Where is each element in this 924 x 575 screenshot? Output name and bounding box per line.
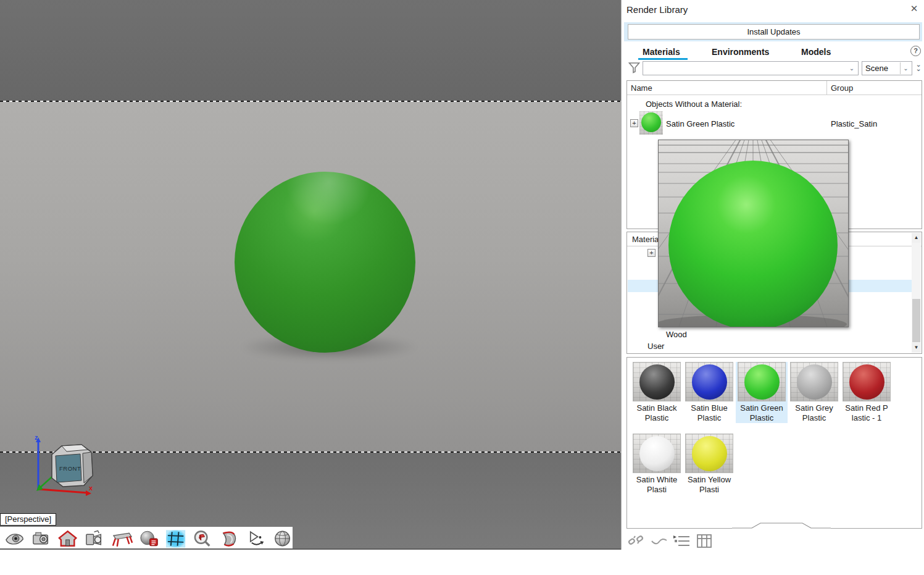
table-icon[interactable] xyxy=(696,534,712,548)
search-input[interactable] xyxy=(644,63,846,73)
broken-link-icon[interactable] xyxy=(628,534,645,548)
green-sphere-thumb xyxy=(641,112,661,132)
surface-icon[interactable] xyxy=(219,529,239,548)
viewport-background-top xyxy=(0,0,621,101)
material-row-thumbnail[interactable] xyxy=(639,111,663,135)
status-toolbar: zyx xyxy=(0,550,924,575)
viewport-perspective[interactable]: z x FRONT [Perspective] xyxy=(0,0,621,550)
column-divider[interactable] xyxy=(826,81,827,95)
column-name[interactable]: Name xyxy=(631,83,652,93)
material-row-group[interactable]: Plastic_Satin xyxy=(831,119,877,128)
tree-scrollbar[interactable]: ▲ ▼ xyxy=(912,233,921,353)
green-sphere-object[interactable] xyxy=(235,172,415,353)
list-header: Name Group xyxy=(627,81,922,95)
section-objects-without-material: Objects Without a Material: xyxy=(646,99,742,109)
globe-icon[interactable] xyxy=(272,529,293,548)
expand-plus-icon[interactable]: + xyxy=(647,249,656,257)
material-preview-render xyxy=(659,140,848,327)
chevron-down-icon[interactable]: ⌄ xyxy=(900,62,911,74)
material-sphere-preview xyxy=(633,362,681,401)
help-icon[interactable]: ? xyxy=(910,46,921,56)
material-thumbnails-panel: Satin BlackPlastic Satin BluePlastic Sat… xyxy=(626,357,922,529)
material-sphere-preview xyxy=(738,362,786,401)
tree-item-user[interactable]: User xyxy=(647,342,664,351)
rotate-view-icon[interactable] xyxy=(246,529,266,548)
layer-list-icon[interactable] xyxy=(673,534,691,548)
axis-x-label: x xyxy=(89,484,93,492)
tree-item-wood[interactable]: Wood xyxy=(666,330,687,339)
view-cube-front-label: FRONT xyxy=(59,465,81,472)
camera-lens-icon[interactable] xyxy=(85,529,105,548)
material-thumb-satin-yellow-plastic[interactable]: Satin YellowPlasti xyxy=(683,434,735,495)
tab-environments[interactable]: Environments xyxy=(712,47,769,57)
ground-plane-edge-top xyxy=(0,101,621,102)
expand-plus-icon[interactable]: + xyxy=(630,119,638,127)
scroll-up-icon[interactable]: ▲ xyxy=(912,233,921,243)
chevron-down-icon[interactable]: ⌄ xyxy=(846,62,857,74)
zoom-selected-icon[interactable] xyxy=(192,529,212,548)
column-group[interactable]: Group xyxy=(831,83,853,93)
table-cplane-icon[interactable] xyxy=(111,529,133,548)
filter-funnel-icon[interactable] xyxy=(628,62,640,73)
material-thumb-satin-red-plastic-1[interactable]: Satin Red Plastic - 1 xyxy=(841,362,893,423)
home-view-icon[interactable] xyxy=(57,529,78,548)
curve-icon[interactable] xyxy=(651,534,668,548)
grid-snap-icon[interactable] xyxy=(165,529,186,548)
tree-header: Material xyxy=(632,235,660,244)
material-sphere-preview xyxy=(633,434,681,473)
material-search-combo[interactable]: ⌄ xyxy=(643,61,859,75)
tab-materials-underline xyxy=(638,58,688,60)
install-updates-button[interactable]: Install Updates xyxy=(628,24,920,40)
camera-icon[interactable] xyxy=(31,529,51,548)
close-icon[interactable]: ✕ xyxy=(908,3,920,14)
axis-z-label: z xyxy=(35,434,38,441)
material-sphere-preview xyxy=(790,362,838,401)
panel-notch[interactable] xyxy=(732,522,831,529)
material-sphere-preview xyxy=(685,434,733,473)
material-row-name[interactable]: Satin Green Plastic xyxy=(666,119,735,128)
render-sphere-icon[interactable] xyxy=(139,529,159,548)
scroll-down-icon[interactable]: ▼ xyxy=(912,343,921,353)
tab-materials[interactable]: Materials xyxy=(643,47,680,57)
material-thumb-satin-grey-plastic[interactable]: Satin GreyPlastic xyxy=(788,362,840,423)
viewport-title[interactable]: [Perspective] xyxy=(0,513,56,526)
scrollbar-thumb[interactable] xyxy=(912,299,920,342)
viewport-toolbar xyxy=(0,527,293,550)
view-cube-gizmo[interactable]: z x FRONT xyxy=(23,431,98,504)
eye-icon[interactable] xyxy=(4,529,25,548)
material-thumb-satin-white-plastic[interactable]: Satin WhitePlasti xyxy=(631,434,683,495)
tab-models[interactable]: Models xyxy=(801,47,831,57)
material-sphere-preview xyxy=(685,362,733,401)
material-sphere-preview xyxy=(843,362,891,401)
scene-dropdown[interactable]: Scene ⌄ xyxy=(862,61,912,75)
material-preview-popup xyxy=(658,140,849,327)
material-thumb-satin-black-plastic[interactable]: Satin BlackPlastic xyxy=(631,362,683,423)
material-thumb-satin-green-plastic[interactable]: Satin GreenPlastic xyxy=(736,362,788,423)
app-window: z x FRONT [Perspective] xyxy=(0,0,924,575)
panel-title: Render Library xyxy=(626,4,688,15)
material-thumb-satin-blue-plastic[interactable]: Satin BluePlastic xyxy=(683,362,735,423)
view-cube[interactable]: FRONT xyxy=(52,445,93,487)
expand-more-icon[interactable]: ⌄ ⌄ xyxy=(914,61,923,72)
library-tools-row xyxy=(628,534,712,548)
